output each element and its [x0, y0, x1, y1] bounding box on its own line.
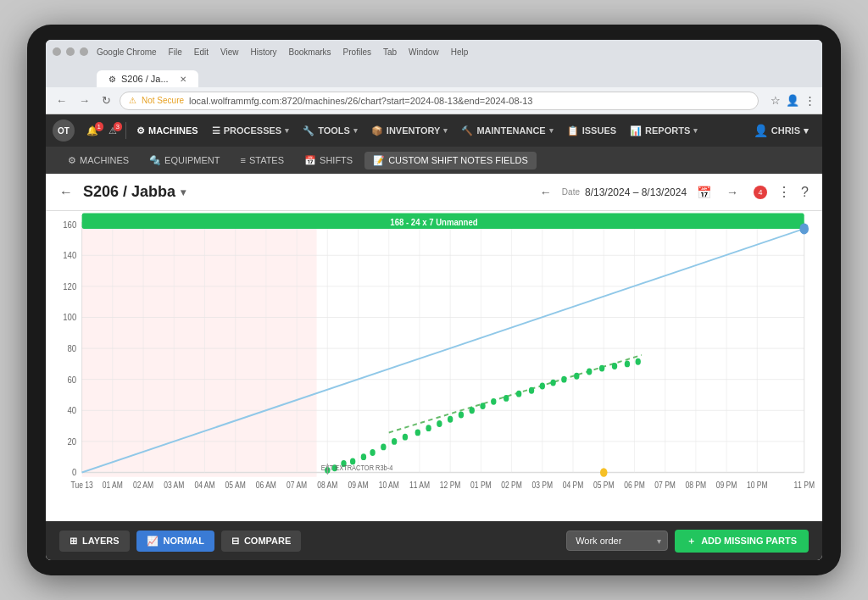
page-title-container: S206 / Jabba ▾	[83, 183, 186, 201]
page-content: ← S206 / Jabba ▾ ← Date 8/13/2024 – 8/13…	[46, 174, 822, 560]
svg-text:06 AM: 06 AM	[256, 480, 276, 490]
user-menu[interactable]: 👤 CHRIS ▾	[747, 120, 815, 141]
sub-nav-states[interactable]: ≡ STATES	[231, 152, 292, 169]
back-nav-button[interactable]: ←	[53, 92, 70, 108]
svg-text:08 AM: 08 AM	[317, 480, 337, 490]
normal-button[interactable]: 📈 NORMAL	[136, 531, 214, 552]
reports-arrow: ▾	[693, 126, 698, 135]
nav-divider-1	[125, 122, 126, 139]
nav-inventory[interactable]: 📦 INVENTORY ▾	[364, 122, 455, 140]
browser-menu-window[interactable]: Window	[409, 47, 439, 57]
title-dropdown-arrow[interactable]: ▾	[181, 186, 186, 198]
browser-menu-tab[interactable]: Tab	[383, 47, 397, 57]
nav-reports[interactable]: 📊 REPORTS ▾	[623, 122, 704, 140]
work-order-wrapper: Work order ▾	[566, 531, 668, 551]
data-point	[587, 369, 592, 375]
add-parts-button[interactable]: ＋ ADD MISSING PARTS	[675, 530, 809, 553]
svg-text:120: 120	[63, 281, 76, 292]
nav-processes-label: PROCESSES	[224, 125, 281, 136]
tab-close[interactable]: ✕	[180, 75, 186, 84]
date-range-text: 8/13/2024 – 8/13/2024	[585, 186, 687, 198]
no-production-region	[82, 222, 317, 477]
sub-equipment-label: EQUIPMENT	[164, 155, 220, 165]
chart-svg: 168 - 24 x 7 Unmanned	[46, 211, 822, 521]
sub-nav-equipment[interactable]: 🔩 EQUIPMENT	[141, 152, 228, 169]
sub-machines-label: MACHINES	[80, 155, 129, 165]
sub-nav-custom-fields[interactable]: 📝 CUSTOM SHIFT NOTES FIELDS	[364, 152, 537, 169]
browser-tab[interactable]: ⚙ S206 / Ja... ✕	[97, 70, 198, 87]
calendar-button[interactable]: 📅	[692, 184, 716, 201]
svg-text:140: 140	[63, 249, 76, 260]
nav-machines[interactable]: ⚙ MACHINES	[130, 122, 205, 140]
screen: Google Chrome File Edit View History Boo…	[46, 40, 822, 560]
svg-text:02 PM: 02 PM	[501, 480, 522, 490]
data-point	[504, 395, 509, 402]
compare-label: COMPARE	[244, 536, 291, 546]
bookmark-button[interactable]: ☆	[771, 94, 781, 107]
date-next-button[interactable]: →	[721, 184, 743, 201]
data-point	[403, 434, 408, 441]
security-label: Not Secure	[142, 96, 184, 105]
svg-text:03 AM: 03 AM	[164, 480, 184, 490]
refresh-nav-button[interactable]: ↻	[98, 92, 114, 108]
chrome-actions: ☆ 👤 ⋮	[771, 94, 815, 107]
annotation-text: EXT EXTRACTOR R3b-4	[321, 463, 393, 472]
svg-text:08 PM: 08 PM	[686, 480, 707, 490]
more-button[interactable]: ⋮	[804, 94, 815, 107]
tab-bar: ⚙ S206 / Ja... ✕	[46, 64, 822, 87]
add-icon: ＋	[687, 535, 696, 547]
help-button[interactable]: ?	[801, 185, 809, 200]
data-point	[636, 358, 641, 365]
sub-nav-shifts[interactable]: 📅 SHIFTS	[296, 152, 361, 169]
data-point	[459, 412, 464, 419]
more-options-button[interactable]: ⋮	[777, 184, 791, 200]
user-label: CHRIS	[771, 125, 800, 136]
profile-button[interactable]: 👤	[786, 94, 799, 107]
page-title-text: S206 / Jabba	[83, 183, 175, 201]
data-point	[448, 416, 453, 423]
normal-label: NORMAL	[164, 536, 204, 546]
data-point	[550, 380, 555, 386]
chrome-dot-3	[80, 47, 88, 56]
svg-text:80: 80	[68, 342, 77, 353]
work-order-select[interactable]: Work order	[566, 531, 668, 551]
browser-menu-view[interactable]: View	[220, 47, 239, 57]
browser-menu-help[interactable]: Help	[451, 47, 469, 57]
forward-nav-button[interactable]: →	[75, 92, 93, 108]
nav-maintenance[interactable]: 🔨 MAINTENANCE ▾	[454, 122, 559, 140]
machines-icon: ⚙	[136, 125, 145, 136]
nav-processes[interactable]: ☰ PROCESSES ▾	[205, 122, 296, 140]
data-point	[437, 420, 442, 427]
data-point	[529, 387, 534, 394]
date-prev-button[interactable]: ←	[535, 184, 557, 201]
chart-area: 168 - 24 x 7 Unmanned	[46, 211, 822, 521]
compare-button[interactable]: ⊟ COMPARE	[221, 531, 301, 552]
date-label: Date	[562, 187, 580, 197]
nav-maintenance-label: MAINTENANCE	[476, 125, 545, 136]
layers-icon: ⊞	[70, 536, 77, 547]
app-nav: OT 🔔 1 ⚠ 3 ⚙ MACHINES ☰ PROCESSES ▾ 🔧	[46, 114, 822, 147]
maintenance-icon: 🔨	[461, 125, 473, 136]
svg-text:160: 160	[63, 219, 76, 230]
sub-states-label: STATES	[249, 155, 284, 165]
inventory-arrow: ▾	[443, 126, 448, 135]
browser-menu-history[interactable]: History	[250, 47, 276, 57]
nav-issues[interactable]: 📋 ISSUES	[560, 122, 623, 140]
sub-nav-machines[interactable]: ⚙ MACHINES	[59, 152, 137, 169]
app-logo: OT	[53, 119, 75, 142]
browser-menu-bookmarks[interactable]: Bookmarks	[289, 47, 331, 57]
address-field[interactable]: ⚠ Not Secure local.wolframmfg.com:8720/m…	[120, 92, 759, 110]
browser-menu-profiles[interactable]: Profiles	[343, 47, 371, 57]
browser-menu-edit[interactable]: Edit	[194, 47, 209, 57]
alert-button[interactable]: ⚠ 3	[103, 122, 122, 140]
svg-text:10 AM: 10 AM	[379, 480, 399, 490]
svg-text:0: 0	[72, 466, 76, 477]
browser-menu-file[interactable]: File	[169, 47, 182, 57]
nav-tools[interactable]: 🔧 TOOLS ▾	[296, 122, 364, 140]
layers-button[interactable]: ⊞ LAYERS	[59, 531, 130, 552]
svg-text:11 AM: 11 AM	[409, 480, 430, 490]
tools-arrow: ▾	[353, 126, 358, 135]
back-button[interactable]: ←	[59, 185, 73, 200]
bell-button[interactable]: 🔔 1	[81, 122, 103, 140]
sub-nav: ⚙ MACHINES 🔩 EQUIPMENT ≡ STATES 📅 SHIFTS…	[46, 147, 822, 174]
